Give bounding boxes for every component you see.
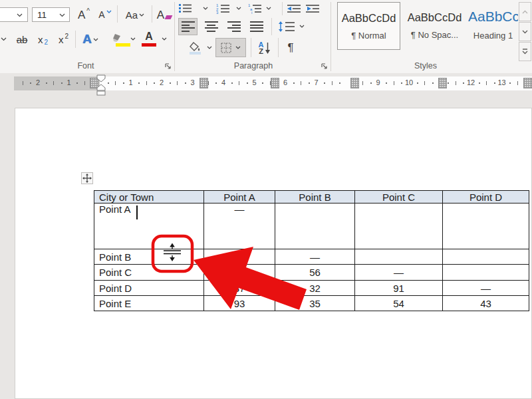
borders-chevron-icon xyxy=(235,46,241,49)
table-value-cell[interactable] xyxy=(355,203,443,249)
table-row-label-cell[interactable]: Point A xyxy=(94,203,204,249)
line-spacing-button[interactable] xyxy=(276,18,297,35)
shading-chevron-icon[interactable] xyxy=(207,46,212,49)
ruler-tick xyxy=(394,81,394,85)
table-column-marker[interactable] xyxy=(200,78,208,88)
styles-scroll-up-button[interactable] xyxy=(519,2,531,21)
paragraph-dialog-launcher-icon[interactable] xyxy=(321,63,328,70)
table-value-cell[interactable] xyxy=(355,249,443,265)
table-value-cell[interactable]: — xyxy=(204,203,275,249)
horizontal-ruler[interactable]: 2112345679101213 xyxy=(0,76,532,90)
indent-markers[interactable] xyxy=(96,74,106,96)
table-value-cell[interactable]: — xyxy=(355,265,443,281)
numbering-button[interactable]: 1 2 3 xyxy=(214,2,231,15)
multilevel-chevron-icon[interactable] xyxy=(266,7,271,10)
justify-button[interactable] xyxy=(247,18,266,35)
align-right-button[interactable] xyxy=(224,18,243,35)
table-value-cell[interactable] xyxy=(443,249,529,265)
table-row-label-cell[interactable]: Point B xyxy=(94,249,204,265)
font-size-combobox[interactable]: 11 xyxy=(32,7,70,22)
text-cursor xyxy=(136,205,138,219)
table-row-label-cell[interactable]: Point C xyxy=(94,265,204,281)
font-color-button[interactable]: A xyxy=(139,29,159,48)
table-column-marker[interactable] xyxy=(271,78,279,88)
shading-button[interactable] xyxy=(186,39,205,57)
table-value-cell[interactable]: 56 xyxy=(275,265,355,281)
align-center-button[interactable] xyxy=(201,18,221,35)
ruler-tick xyxy=(417,82,418,84)
table-value-cell[interactable]: 35 xyxy=(275,296,355,311)
strikethrough-button[interactable]: ab xyxy=(12,31,32,48)
show-hide-formatting-button[interactable]: ¶ xyxy=(282,39,299,57)
svg-text:i: i xyxy=(251,11,252,14)
ruler-tick xyxy=(84,81,85,85)
text-effects-button[interactable]: A xyxy=(78,31,103,48)
bullets-button[interactable] xyxy=(177,2,193,15)
table-value-cell[interactable]: 64 xyxy=(204,265,275,281)
table-value-cell[interactable]: 37 xyxy=(204,281,275,296)
superscript-button[interactable]: x 2 xyxy=(54,31,73,48)
table-column-marker[interactable] xyxy=(350,78,359,88)
table-value-cell[interactable] xyxy=(443,203,529,249)
table-column-marker[interactable] xyxy=(438,78,447,88)
styles-scroll-down-button[interactable] xyxy=(519,22,531,41)
decrease-indent-button[interactable] xyxy=(286,2,302,15)
sort-az-letters: AZ xyxy=(259,41,264,55)
borders-button[interactable] xyxy=(215,38,246,57)
table-value-cell[interactable]: 54 xyxy=(355,296,443,311)
font-color-chevron-icon[interactable] xyxy=(162,37,167,41)
change-case-button[interactable]: Aa xyxy=(120,6,150,23)
ruler-tick xyxy=(262,82,263,84)
table-value-cell[interactable] xyxy=(275,203,355,249)
table-value-cell[interactable]: 87 xyxy=(204,249,275,265)
style-card-normal[interactable]: AaBbCcDd ¶ Normal xyxy=(337,2,400,50)
line-spacing-chevron-icon[interactable] xyxy=(299,25,305,28)
ruler-tick xyxy=(432,82,434,84)
table-value-cell[interactable]: 32 xyxy=(275,281,355,296)
table-header-cell[interactable]: Point D xyxy=(443,191,529,203)
clear-formatting-button[interactable]: A xyxy=(154,6,174,23)
highlight-chevron-icon[interactable] xyxy=(130,37,136,41)
table-value-cell[interactable]: 43 xyxy=(443,296,529,311)
table-row-label-cell[interactable]: Point D xyxy=(94,281,204,296)
grow-font-button[interactable]: A^ xyxy=(73,6,94,23)
word-table[interactable]: City or TownPoint APoint BPoint CPoint D… xyxy=(94,190,529,311)
bullets-chevron-icon[interactable] xyxy=(203,7,208,10)
table-value-cell[interactable]: — xyxy=(275,249,355,265)
multilevel-list-icon: 1 a i xyxy=(248,3,261,14)
subscript-button[interactable]: x 2 xyxy=(33,31,53,48)
subscript-2: 2 xyxy=(44,39,48,46)
table-header-cell[interactable]: Point A xyxy=(204,191,275,203)
ruler-tick xyxy=(401,82,402,84)
table-move-handle[interactable] xyxy=(81,172,93,184)
shrink-font-button[interactable]: A xyxy=(95,6,115,23)
style-card-no-spacing[interactable]: AaBbCcDd ¶ No Spac... xyxy=(403,2,466,50)
ruler-tick: 5 xyxy=(252,78,256,86)
font-name-combobox[interactable] xyxy=(0,7,28,22)
word-window: 11 A^ A Aa A ab x 2 x 2 xyxy=(0,0,532,399)
table-header-cell[interactable]: Point C xyxy=(355,191,443,203)
table-row-label-cell[interactable]: Point E xyxy=(94,296,204,311)
numbering-chevron-icon[interactable] xyxy=(236,7,241,10)
underline-chevron-icon[interactable] xyxy=(1,37,7,41)
style-card-heading1[interactable]: AaBbCc Heading 1 xyxy=(468,2,518,50)
ruler-tick xyxy=(177,81,178,85)
caret-up-icon: ^ xyxy=(86,8,90,15)
table-value-cell[interactable]: 93 xyxy=(204,296,275,311)
ruler-tick xyxy=(76,82,78,84)
increase-indent-button[interactable] xyxy=(305,2,321,15)
multilevel-list-button[interactable]: 1 a i xyxy=(246,2,263,15)
table-header-cell[interactable]: City or Town xyxy=(94,191,204,203)
sort-button[interactable]: AZ xyxy=(255,39,275,57)
font-dialog-launcher-icon[interactable] xyxy=(164,63,172,70)
table-column-marker[interactable] xyxy=(523,78,532,88)
text-highlight-button[interactable] xyxy=(106,29,128,48)
table-header-cell[interactable]: Point B xyxy=(275,191,355,203)
table-value-cell[interactable] xyxy=(443,265,529,281)
align-left-button[interactable] xyxy=(178,18,198,35)
table-value-cell[interactable]: — xyxy=(443,281,529,296)
align-left-icon xyxy=(182,21,195,32)
styles-more-button[interactable] xyxy=(519,42,531,61)
table-value-cell[interactable]: 91 xyxy=(355,281,443,296)
ruler-tick xyxy=(324,82,325,84)
